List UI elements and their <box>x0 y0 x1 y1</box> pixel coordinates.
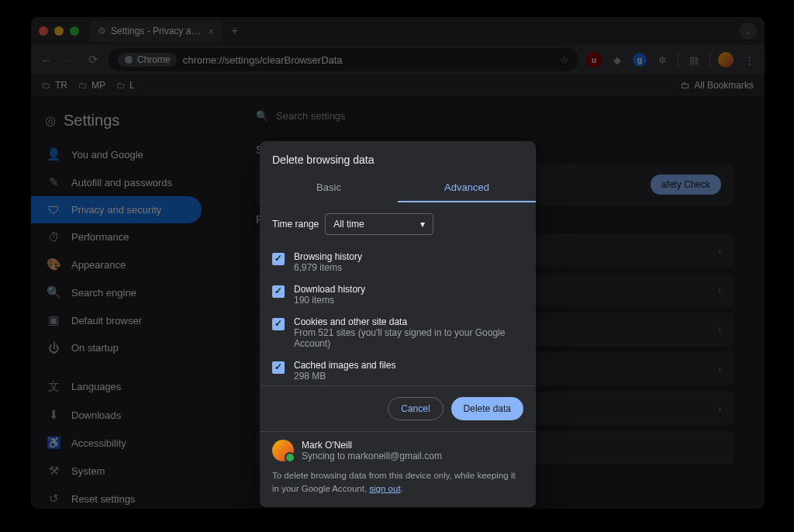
window-maximize[interactable] <box>70 26 79 36</box>
browser-icon: ▣ <box>47 313 60 327</box>
sidebar-item-performance[interactable]: ⏱Performance <box>31 223 225 250</box>
sidebar-item-search-engine[interactable]: 🔍Search engine <box>31 278 225 306</box>
close-icon[interactable]: × <box>208 26 214 37</box>
extensions-puzzle-icon[interactable]: ✲ <box>654 52 670 67</box>
power-icon: ⏻ <box>47 341 60 354</box>
sidebar-item-languages[interactable]: 文Languages <box>31 372 225 401</box>
extension-ublock-icon[interactable]: u <box>586 52 602 67</box>
chrome-logo-icon <box>124 55 133 64</box>
browser-tab[interactable]: ⚙ Settings - Privacy and secur × <box>90 21 222 42</box>
sidebar-item-privacy[interactable]: 🛡Privacy and security <box>31 196 202 223</box>
checkbox[interactable] <box>272 253 285 265</box>
user-sync-status: Syncing to markoneill@gmail.com <box>302 451 442 461</box>
checkbox-row-cookies[interactable]: Cookies and other site dataFrom 521 site… <box>272 311 523 354</box>
reload-button[interactable]: ⟳ <box>85 53 101 67</box>
gear-icon: ⚙ <box>98 26 106 36</box>
site-chip: Chrome <box>118 53 177 67</box>
sync-note: To delete browsing data from this device… <box>272 469 523 496</box>
sidebar-item-autofill[interactable]: ✎Autofill and passwords <box>31 168 225 196</box>
time-range-label: Time range <box>272 219 319 230</box>
autofill-icon: ✎ <box>47 175 60 189</box>
time-range-select[interactable]: All time ▾ <box>325 213 433 235</box>
checkbox[interactable] <box>272 318 285 330</box>
sidebar-item-accessibility[interactable]: ♿Accessibility <box>31 429 225 457</box>
folder-icon: 🗀 <box>681 80 690 91</box>
tab-dropdown[interactable]: ⌄ <box>740 22 757 40</box>
sidebar-item-downloads[interactable]: ⬇Downloads <box>31 401 225 429</box>
url-text: chrome://settings/clearBrowserData <box>183 54 343 66</box>
forward-button[interactable]: → <box>62 54 78 67</box>
all-bookmarks[interactable]: 🗀All Bookmarks <box>681 80 754 91</box>
tab-advanced[interactable]: Advanced <box>398 174 536 202</box>
user-avatar <box>272 440 294 461</box>
folder-icon: 🗀 <box>78 80 88 91</box>
window-close[interactable] <box>39 26 48 36</box>
checkbox[interactable] <box>272 285 285 298</box>
folder-icon: 🗀 <box>42 80 51 91</box>
download-icon: ⬇ <box>47 408 60 422</box>
reset-icon: ↺ <box>47 492 60 506</box>
cancel-button[interactable]: Cancel <box>388 397 443 420</box>
checkbox[interactable] <box>272 361 285 374</box>
address-bar[interactable]: Chrome chrome://settings/clearBrowserDat… <box>109 48 578 71</box>
sidebar-item-system[interactable]: ⚒System <box>31 457 225 485</box>
delete-data-button[interactable]: Delete data <box>451 397 523 420</box>
extension-grammarly-icon[interactable]: g <box>633 53 647 67</box>
sidebar-item-reset[interactable]: ↺Reset settings <box>31 485 225 509</box>
safety-check-button[interactable]: afety Check <box>651 174 721 195</box>
shield-icon: 🛡 <box>47 203 60 216</box>
sidebar-item-you-and-google[interactable]: 👤You and Google <box>31 140 225 168</box>
bookmark-folder[interactable]: 🗀TR <box>42 80 67 91</box>
sign-out-link[interactable]: sign out <box>369 484 400 493</box>
chevron-right-icon: › <box>718 285 721 295</box>
system-icon: ⚒ <box>47 464 60 478</box>
checkbox-row-cache[interactable]: Cached images and files298 MB <box>272 354 523 385</box>
chevron-right-icon: › <box>718 325 721 334</box>
dialog-title: Delete browsing data <box>260 141 536 174</box>
chevron-down-icon: ▾ <box>420 219 425 230</box>
sidebar-item-appearance[interactable]: 🎨Appearance <box>31 250 225 278</box>
svg-point-0 <box>125 56 133 64</box>
chevron-right-icon: › <box>718 364 721 374</box>
menu-icon[interactable]: ⋮ <box>741 52 757 67</box>
checkbox-row-download-history[interactable]: Download history190 items <box>272 278 523 311</box>
bookmark-folder[interactable]: 🗀L <box>116 80 135 91</box>
profile-avatar[interactable] <box>718 52 734 67</box>
bookmark-folder[interactable]: 🗀MP <box>78 80 105 91</box>
chevron-right-icon: › <box>718 246 721 255</box>
back-button[interactable]: ← <box>39 54 54 67</box>
speedometer-icon: ⏱ <box>47 230 60 244</box>
extension-icon[interactable]: ◆ <box>609 52 625 67</box>
bookmark-star-icon[interactable]: ☆ <box>560 54 569 66</box>
accessibility-icon: ♿ <box>47 436 60 450</box>
tab-basic[interactable]: Basic <box>260 174 398 202</box>
folder-icon: 🗀 <box>116 80 126 91</box>
search-settings-input[interactable]: 🔍 Search settings <box>256 105 734 136</box>
person-icon: 👤 <box>47 147 60 161</box>
search-icon: 🔍 <box>47 285 60 299</box>
sidebar-item-default-browser[interactable]: ▣Default browser <box>31 306 225 334</box>
reading-list-icon[interactable]: ▤ <box>686 52 702 67</box>
search-icon: 🔍 <box>256 110 268 122</box>
checkbox-row-browsing-history[interactable]: Browsing history6,979 items <box>272 246 523 278</box>
tab-title: Settings - Privacy and secur <box>111 26 203 36</box>
user-name: Mark O'Neill <box>302 440 442 451</box>
paint-icon: 🎨 <box>47 257 60 271</box>
globe-icon: 文 <box>47 379 60 394</box>
chevron-right-icon: › <box>718 404 721 413</box>
delete-browsing-data-dialog: Delete browsing data Basic Advanced Time… <box>260 141 536 507</box>
new-tab-button[interactable]: + <box>231 24 238 38</box>
sidebar-item-on-startup[interactable]: ⏻On startup <box>31 334 225 361</box>
window-minimize[interactable] <box>54 26 64 36</box>
settings-logo-icon: ◎ <box>45 113 56 128</box>
settings-title: Settings <box>64 112 119 130</box>
